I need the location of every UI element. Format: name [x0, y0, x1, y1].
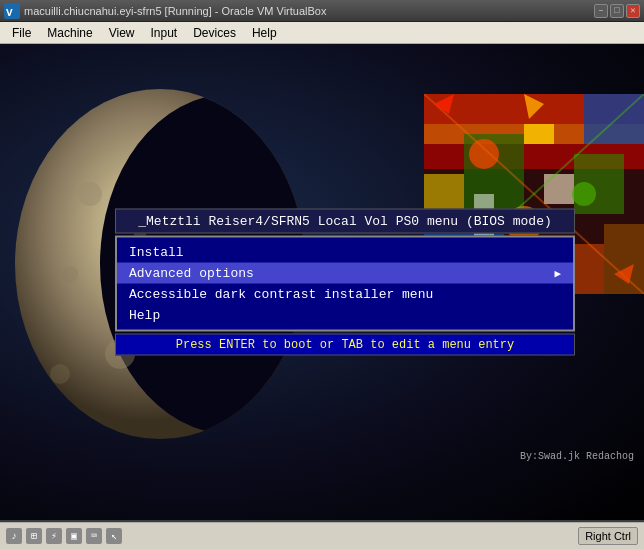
svg-rect-22 — [604, 224, 644, 294]
titlebar: V macuilli.chiucnahui.eyi-sfrn5 [Running… — [0, 0, 644, 22]
titlebar-buttons: – □ ✕ — [594, 4, 640, 18]
keyboard-icon[interactable]: ⌨ — [86, 528, 102, 544]
boot-menu-box: InstallAdvanced optionsAccessible dark c… — [115, 236, 575, 332]
credits-text: By:Swad.jk Redachog — [520, 451, 634, 462]
menu-item-devices[interactable]: Devices — [185, 24, 244, 42]
svg-rect-17 — [524, 124, 554, 144]
boot-menu-item-3[interactable]: Help — [117, 305, 573, 326]
svg-text:V: V — [6, 7, 13, 19]
window-title: macuilli.chiucnahui.eyi-sfrn5 [Running] … — [24, 5, 326, 17]
boot-menu-item-2[interactable]: Accessible dark contrast installer menu — [117, 284, 573, 305]
svg-point-8 — [50, 364, 70, 384]
usb-icon[interactable]: ⚡ — [46, 528, 62, 544]
menubar: FileMachineViewInputDevicesHelp — [0, 22, 644, 44]
menu-item-machine[interactable]: Machine — [39, 24, 100, 42]
menu-item-help[interactable]: Help — [244, 24, 285, 42]
svg-point-6 — [62, 266, 78, 282]
menu-item-input[interactable]: Input — [143, 24, 186, 42]
boot-menu-item-1[interactable]: Advanced options — [117, 263, 573, 284]
audio-icon[interactable]: ♪ — [6, 528, 22, 544]
display-icon[interactable]: ▣ — [66, 528, 82, 544]
network-icon[interactable]: ⊞ — [26, 528, 42, 544]
svg-point-24 — [469, 139, 499, 169]
boot-menu-item-0[interactable]: Install — [117, 242, 573, 263]
svg-point-25 — [572, 182, 596, 206]
svg-rect-21 — [544, 174, 574, 204]
menu-item-file[interactable]: File — [4, 24, 39, 42]
status-icons: ♪ ⊞ ⚡ ▣ ⌨ ↖ — [6, 528, 122, 544]
virtualbox-icon: V — [4, 3, 20, 19]
maximize-button[interactable]: □ — [610, 4, 624, 18]
statusbar: ♪ ⊞ ⚡ ▣ ⌨ ↖ Right Ctrl — [0, 522, 644, 549]
boot-menu-title: _Metztli Reiser4/SFRN5 Local Vol PS0 men… — [115, 209, 575, 234]
svg-point-5 — [78, 182, 102, 206]
vm-display-area[interactable]: By:Swad.jk Redachog _Metztli Reiser4/SFR… — [0, 44, 644, 520]
menu-item-view[interactable]: View — [101, 24, 143, 42]
minimize-button[interactable]: – — [594, 4, 608, 18]
right-ctrl-label: Right Ctrl — [578, 527, 638, 545]
close-button[interactable]: ✕ — [626, 4, 640, 18]
mouse-icon[interactable]: ↖ — [106, 528, 122, 544]
boot-menu: _Metztli Reiser4/SFRN5 Local Vol PS0 men… — [115, 209, 575, 356]
titlebar-left: V macuilli.chiucnahui.eyi-sfrn5 [Running… — [4, 3, 326, 19]
boot-hint: Press ENTER to boot or TAB to edit a men… — [115, 334, 575, 356]
